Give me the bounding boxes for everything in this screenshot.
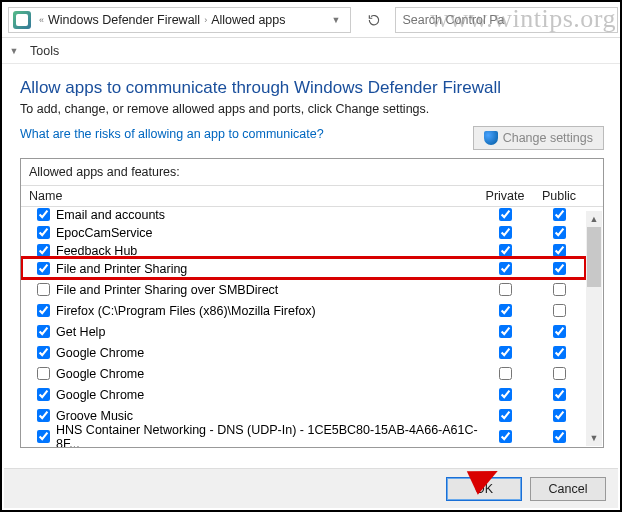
col-public[interactable]: Public xyxy=(532,189,586,203)
public-checkbox[interactable] xyxy=(553,346,566,359)
control-panel-icon xyxy=(13,11,31,29)
table-row[interactable]: File and Printer Sharing xyxy=(21,258,603,279)
table-row[interactable]: Google Chrome xyxy=(21,363,603,384)
risks-link[interactable]: What are the risks of allowing an app to… xyxy=(20,127,473,141)
file-menu-dropdown-icon[interactable]: ▼ xyxy=(6,46,22,56)
private-checkbox[interactable] xyxy=(499,244,512,257)
private-checkbox[interactable] xyxy=(499,367,512,380)
app-enable-checkbox[interactable] xyxy=(37,226,50,239)
app-name: Google Chrome xyxy=(56,346,144,360)
app-name: Google Chrome xyxy=(56,388,144,402)
public-checkbox[interactable] xyxy=(553,208,566,221)
app-name: Firefox (C:\Program Files (x86)\Mozilla … xyxy=(56,304,316,318)
app-name: EpocCamService xyxy=(56,226,153,240)
app-enable-checkbox[interactable] xyxy=(37,283,50,296)
private-checkbox[interactable] xyxy=(499,262,512,275)
public-checkbox[interactable] xyxy=(553,367,566,380)
address-bar: « Windows Defender Firewall › Allowed ap… xyxy=(2,2,620,38)
app-name: File and Printer Sharing xyxy=(56,262,187,276)
cancel-button[interactable]: Cancel xyxy=(530,477,606,501)
public-checkbox[interactable] xyxy=(553,244,566,257)
table-row[interactable]: File and Printer Sharing over SMBDirect xyxy=(21,279,603,300)
private-checkbox[interactable] xyxy=(499,226,512,239)
table-row[interactable]: HNS Container Networking - DNS (UDP-In) … xyxy=(21,426,603,447)
menu-bar: ▼ Tools xyxy=(2,38,620,64)
table-row[interactable]: Google Chrome xyxy=(21,384,603,405)
refresh-button[interactable] xyxy=(359,7,389,33)
app-enable-checkbox[interactable] xyxy=(37,304,50,317)
private-checkbox[interactable] xyxy=(499,409,512,422)
table-row[interactable]: Email and accounts xyxy=(21,207,603,222)
col-name[interactable]: Name xyxy=(21,189,478,203)
app-name: HNS Container Networking - DNS (UDP-In) … xyxy=(56,423,478,448)
list-body: Email and accountsEpocCamServiceFeedback… xyxy=(21,207,603,447)
tools-menu[interactable]: Tools xyxy=(22,44,67,58)
content-area: Allow apps to communicate through Window… xyxy=(2,64,620,448)
private-checkbox[interactable] xyxy=(499,325,512,338)
change-settings-label: Change settings xyxy=(503,131,593,145)
breadcrumb-parent[interactable]: Windows Defender Firewall xyxy=(48,13,200,27)
app-enable-checkbox[interactable] xyxy=(37,325,50,338)
app-name: Feedback Hub xyxy=(56,244,137,258)
private-checkbox[interactable] xyxy=(499,208,512,221)
app-name: Google Chrome xyxy=(56,367,144,381)
scroll-thumb[interactable] xyxy=(587,227,601,287)
change-settings-button[interactable]: Change settings xyxy=(473,126,604,150)
ok-button[interactable]: OK xyxy=(446,477,522,501)
app-enable-checkbox[interactable] xyxy=(37,367,50,380)
col-private[interactable]: Private xyxy=(478,189,532,203)
app-name: Get Help xyxy=(56,325,105,339)
app-name: File and Printer Sharing over SMBDirect xyxy=(56,283,278,297)
private-checkbox[interactable] xyxy=(499,304,512,317)
app-enable-checkbox[interactable] xyxy=(37,430,50,443)
app-enable-checkbox[interactable] xyxy=(37,346,50,359)
app-name: Groove Music xyxy=(56,409,133,423)
table-row[interactable]: EpocCamService xyxy=(21,222,603,243)
private-checkbox[interactable] xyxy=(499,388,512,401)
list-header: Name Private Public xyxy=(21,185,603,207)
breadcrumb-dropdown-icon[interactable]: ▼ xyxy=(326,15,347,25)
scroll-down-icon[interactable]: ▼ xyxy=(586,430,602,446)
page-subtitle: To add, change, or remove allowed apps a… xyxy=(20,102,604,116)
app-enable-checkbox[interactable] xyxy=(37,388,50,401)
public-checkbox[interactable] xyxy=(553,409,566,422)
page-title: Allow apps to communicate through Window… xyxy=(20,78,604,98)
allowed-apps-list: Allowed apps and features: Name Private … xyxy=(20,158,604,448)
table-row[interactable]: Firefox (C:\Program Files (x86)\Mozilla … xyxy=(21,300,603,321)
public-checkbox[interactable] xyxy=(553,325,566,338)
breadcrumb[interactable]: « Windows Defender Firewall › Allowed ap… xyxy=(8,7,351,33)
app-name: Email and accounts xyxy=(56,208,165,222)
public-checkbox[interactable] xyxy=(553,430,566,443)
refresh-icon xyxy=(367,13,381,27)
public-checkbox[interactable] xyxy=(553,304,566,317)
breadcrumb-current[interactable]: Allowed apps xyxy=(211,13,285,27)
app-enable-checkbox[interactable] xyxy=(37,208,50,221)
search-box[interactable] xyxy=(395,7,618,33)
app-enable-checkbox[interactable] xyxy=(37,262,50,275)
table-row[interactable]: Google Chrome xyxy=(21,342,603,363)
table-row[interactable]: Feedback Hub xyxy=(21,243,603,258)
scroll-up-icon[interactable]: ▲ xyxy=(586,211,602,227)
footer: OK Cancel xyxy=(4,468,618,508)
private-checkbox[interactable] xyxy=(499,283,512,296)
list-label: Allowed apps and features: xyxy=(21,159,603,185)
chevron-right-icon: › xyxy=(200,15,211,25)
shield-icon xyxy=(484,131,498,145)
app-enable-checkbox[interactable] xyxy=(37,409,50,422)
vertical-scrollbar[interactable]: ▲ ▼ xyxy=(586,211,602,446)
private-checkbox[interactable] xyxy=(499,430,512,443)
public-checkbox[interactable] xyxy=(553,226,566,239)
search-input[interactable] xyxy=(396,13,617,27)
private-checkbox[interactable] xyxy=(499,346,512,359)
public-checkbox[interactable] xyxy=(553,262,566,275)
public-checkbox[interactable] xyxy=(553,388,566,401)
chevron-left-icon[interactable]: « xyxy=(35,15,48,25)
table-row[interactable]: Get Help xyxy=(21,321,603,342)
app-enable-checkbox[interactable] xyxy=(37,244,50,257)
public-checkbox[interactable] xyxy=(553,283,566,296)
